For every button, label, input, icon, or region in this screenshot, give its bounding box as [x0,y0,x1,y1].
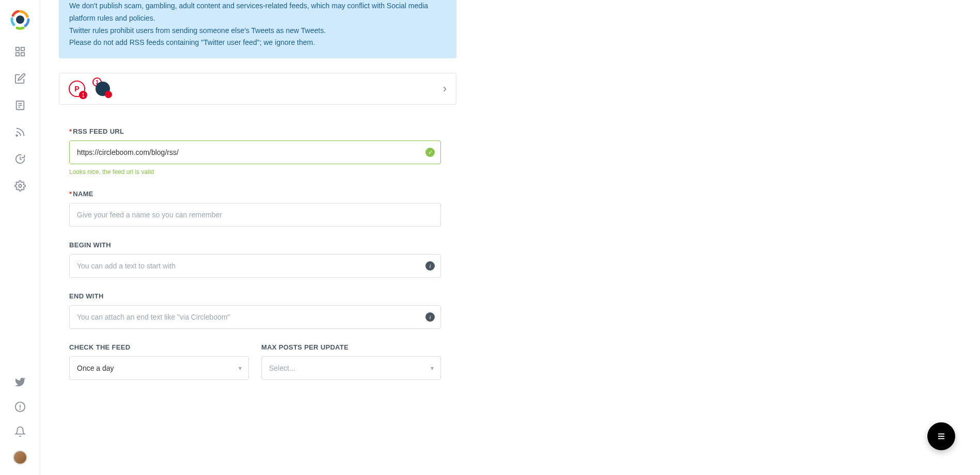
svg-rect-2 [21,48,24,51]
main-content: We don't publish scam, gambling, adult c… [40,0,980,475]
rss-url-input[interactable] [69,140,441,164]
svg-point-9 [16,135,18,136]
compose-icon[interactable] [14,72,26,85]
rss-url-field: *RSS FEED URL ✓ Looks nice, the feed url… [69,128,441,176]
end-with-input[interactable] [69,305,441,329]
svg-point-13 [20,409,20,409]
banner-line-2: Twitter rules prohibit users from sendin… [69,25,446,37]
svg-point-10 [19,184,22,187]
info-banner: We don't publish scam, gambling, adult c… [59,0,456,58]
posts-icon[interactable] [14,99,26,112]
settings-icon[interactable] [14,180,26,192]
check-feed-field: CHECK THE FEED Once a day ▾ [69,343,249,380]
name-field: *NAME [69,190,441,227]
banner-line-3: Please do not add RSS feeds containing "… [69,37,446,49]
rss-icon[interactable] [14,126,26,138]
end-with-label: END WITH [69,292,441,300]
dashboard-icon[interactable] [14,45,26,58]
help-icon[interactable] [14,401,26,413]
check-maxposts-row: CHECK THE FEED Once a day ▾ MAX POSTS PE… [69,343,441,394]
account-badge-1: 1 [79,91,87,99]
begin-with-label: BEGIN WITH [69,241,441,249]
sidebar-bottom [0,376,40,465]
user-avatar[interactable] [13,450,27,465]
svg-rect-1 [15,48,19,51]
max-posts-field: MAX POSTS PER UPDATE Select... ▾ [261,343,441,380]
rss-valid-message: Looks nice, the feed url is valid [69,168,441,176]
max-posts-select[interactable]: Select... [261,356,441,380]
twitter-icon[interactable] [14,376,26,388]
begin-with-input[interactable] [69,254,441,278]
check-feed-label: CHECK THE FEED [69,343,249,351]
check-icon: ✓ [425,148,435,157]
rss-form: *RSS FEED URL ✓ Looks nice, the feed url… [69,128,441,394]
banner-line-1: We don't publish scam, gambling, adult c… [69,0,446,25]
account-icons: P 1 1 [69,81,110,97]
menu-fab[interactable] [927,422,955,450]
account-selector[interactable]: P 1 1 › [59,73,456,105]
svg-rect-3 [15,53,19,56]
check-feed-select[interactable]: Once a day [69,356,249,380]
circleboom-account[interactable]: 1 [96,82,110,96]
rss-url-label: *RSS FEED URL [69,128,441,135]
notifications-icon[interactable] [14,425,26,438]
chevron-right-icon: › [443,82,447,96]
svg-point-0 [16,15,24,24]
nav-icons [14,45,26,192]
sidebar [0,0,40,475]
name-input[interactable] [69,203,441,227]
end-with-field: END WITH i [69,292,441,329]
info-icon[interactable]: i [425,312,435,322]
begin-with-field: BEGIN WITH i [69,241,441,278]
svg-rect-4 [21,53,24,56]
circleboom-mini-icon [96,82,110,96]
info-icon[interactable]: i [425,261,435,271]
schedule-icon[interactable] [14,153,26,165]
max-posts-label: MAX POSTS PER UPDATE [261,343,441,351]
name-label: *NAME [69,190,441,198]
app-logo[interactable] [10,9,30,30]
pinterest-account-1[interactable]: P 1 [69,81,85,97]
